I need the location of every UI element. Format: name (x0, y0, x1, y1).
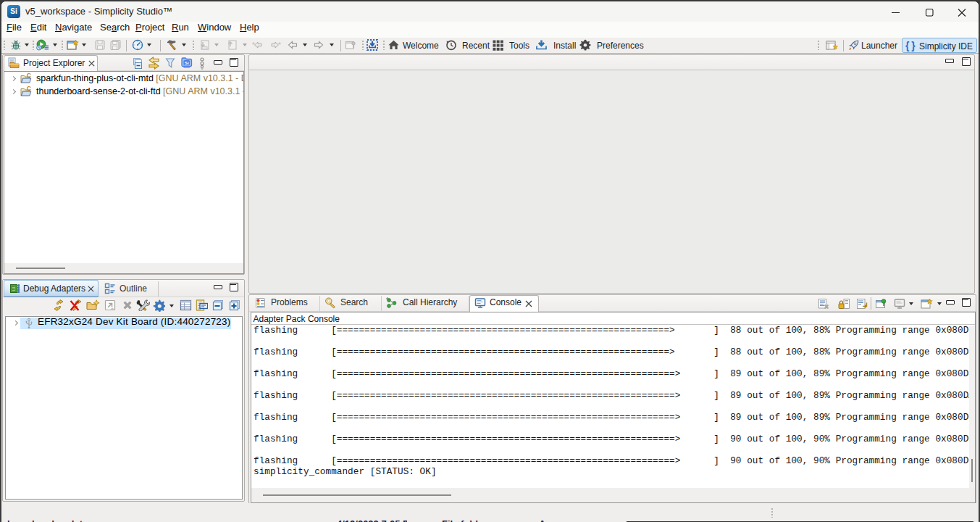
svg-text:C: C (27, 86, 31, 92)
svg-text:C: C (27, 73, 31, 79)
svg-text:Si: Si (185, 60, 189, 65)
